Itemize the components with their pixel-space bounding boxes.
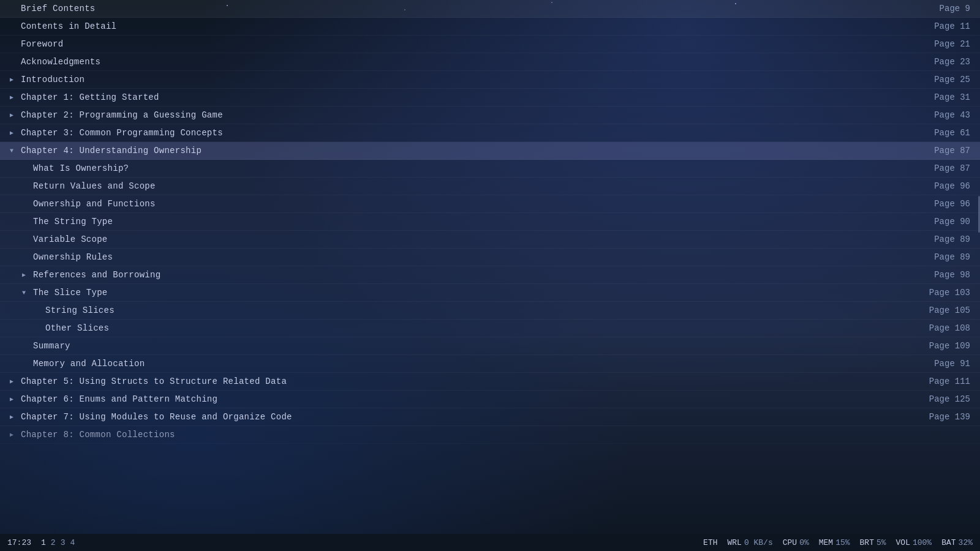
label-ch4: Chapter 4: Understanding Ownership: [21, 146, 921, 156]
vol-label: VOL: [896, 538, 910, 547]
toc-item-slice-type[interactable]: ▼ The Slice Type Page 103: [0, 284, 980, 302]
arrow-ch1: ▶: [10, 94, 20, 101]
arrow-ch8: ▶: [10, 431, 20, 438]
page-references: Page 98: [921, 270, 970, 280]
page-ch3: Page 61: [921, 128, 970, 138]
toc-item-ch4[interactable]: ▼ Chapter 4: Understanding Ownership Pag…: [0, 142, 980, 160]
toc-item-ch3[interactable]: ▶ Chapter 3: Common Programming Concepts…: [0, 124, 980, 142]
brt-label: BRT: [860, 538, 874, 547]
page-brief-contents: Page 9: [921, 4, 970, 13]
label-references: References and Borrowing: [33, 270, 921, 280]
toc-item-other-slices[interactable]: Other Slices Page 108: [0, 320, 980, 337]
page-other-slices: Page 108: [921, 323, 970, 333]
page-return-values: Page 96: [921, 181, 970, 191]
statusbar-tabs: 1 2 3 4: [41, 538, 75, 547]
statusbar-right: ETH WRL 0 KB/s CPU 0% MEM 15% BRT 5% VOL…: [703, 538, 973, 547]
label-ch5: Chapter 5: Using Structs to Structure Re…: [21, 377, 921, 386]
mem-value: 15%: [835, 538, 850, 547]
toc-item-ch2[interactable]: ▶ Chapter 2: Programming a Guessing Game…: [0, 107, 980, 124]
toc-item-summary[interactable]: Summary Page 109: [0, 337, 980, 355]
eth-label: ETH: [703, 538, 717, 547]
page-ownership-functions: Page 96: [921, 199, 970, 209]
toc-item-variable-scope[interactable]: Variable Scope Page 89: [0, 231, 980, 249]
toc-list: Brief Contents Page 9 Contents in Detail…: [0, 0, 980, 444]
toc-item-ownership[interactable]: What Is Ownership? Page 87: [0, 160, 980, 178]
label-foreword: Foreword: [21, 39, 921, 49]
label-acknowledgments: Acknowledgments: [21, 57, 921, 67]
label-ch2: Chapter 2: Programming a Guessing Game: [21, 110, 921, 120]
statusbar-vol: VOL 100%: [896, 538, 932, 547]
toc-item-memory[interactable]: Memory and Allocation Page 91: [0, 355, 980, 373]
statusbar-tab-2[interactable]: 2: [51, 538, 56, 547]
statusbar-brt: BRT 5%: [860, 538, 886, 547]
page-ch5: Page 111: [921, 377, 970, 386]
toc-item-string-type[interactable]: The String Type Page 90: [0, 213, 980, 231]
arrow-ch2: ▶: [10, 111, 20, 119]
bat-value: 32%: [959, 538, 973, 547]
wrl-value: 0 KB/s: [744, 538, 773, 547]
label-ownership-functions: Ownership and Functions: [33, 199, 921, 209]
statusbar-tab-4[interactable]: 4: [70, 538, 75, 547]
wrl-label: WRL: [728, 538, 742, 547]
page-slice-type: Page 103: [921, 288, 970, 298]
brt-value: 5%: [876, 538, 886, 547]
page-ch2: Page 43: [921, 110, 970, 120]
toc-item-introduction[interactable]: ▶ Introduction Page 25: [0, 71, 980, 89]
toc-item-contents-detail[interactable]: Contents in Detail Page 11: [0, 18, 980, 36]
arrow-ch5: ▶: [10, 378, 20, 385]
toc-item-ch8[interactable]: ▶ Chapter 8: Common Collections: [0, 426, 980, 444]
label-contents-detail: Contents in Detail: [21, 21, 921, 31]
page-ch4: Page 87: [921, 146, 970, 156]
label-ch8: Chapter 8: Common Collections: [21, 430, 921, 440]
toc-item-ch1[interactable]: ▶ Chapter 1: Getting Started Page 31: [0, 89, 980, 107]
label-ch3: Chapter 3: Common Programming Concepts: [21, 128, 921, 138]
page-ch7: Page 139: [921, 412, 970, 422]
label-ownership-rules: Ownership Rules: [33, 252, 921, 262]
statusbar-tab-3[interactable]: 3: [61, 538, 66, 547]
toc-item-acknowledgments[interactable]: Acknowledgments Page 23: [0, 53, 980, 71]
page-ownership-rules: Page 89: [921, 252, 970, 262]
label-string-type: The String Type: [33, 217, 921, 227]
toc-item-ch5[interactable]: ▶ Chapter 5: Using Structs to Structure …: [0, 373, 980, 391]
label-ownership: What Is Ownership?: [33, 163, 921, 173]
cpu-label: CPU: [783, 538, 797, 547]
statusbar-tab-1[interactable]: 1: [41, 538, 46, 547]
label-other-slices: Other Slices: [45, 323, 921, 333]
toc-item-string-slices[interactable]: String Slices Page 105: [0, 302, 980, 320]
toc-item-foreword[interactable]: Foreword Page 21: [0, 36, 980, 53]
toc-item-ch6[interactable]: ▶ Chapter 6: Enums and Pattern Matching …: [0, 391, 980, 408]
page-string-type: Page 90: [921, 217, 970, 227]
statusbar-eth: ETH: [703, 538, 717, 547]
statusbar-cpu: CPU 0%: [783, 538, 809, 547]
statusbar: 17:23 1 2 3 4 ETH WRL 0 KB/s CPU 0% MEM …: [0, 534, 980, 551]
page-contents-detail: Page 11: [921, 21, 970, 31]
arrow-ch7: ▶: [10, 413, 20, 421]
toc-item-ownership-rules[interactable]: Ownership Rules Page 89: [0, 249, 980, 266]
toc-item-references[interactable]: ▶ References and Borrowing Page 98: [0, 266, 980, 284]
toc-item-brief-contents[interactable]: Brief Contents Page 9: [0, 0, 980, 18]
label-ch1: Chapter 1: Getting Started: [21, 92, 921, 102]
page-ch6: Page 125: [921, 394, 970, 404]
cpu-value: 0%: [799, 538, 809, 547]
page-ch1: Page 31: [921, 92, 970, 102]
toc-item-return-values[interactable]: Return Values and Scope Page 96: [0, 178, 980, 195]
toc-item-ch7[interactable]: ▶ Chapter 7: Using Modules to Reuse and …: [0, 408, 980, 426]
arrow-introduction: ▶: [10, 76, 20, 83]
toc-item-ownership-functions[interactable]: Ownership and Functions Page 96: [0, 195, 980, 213]
page-ownership: Page 87: [921, 163, 970, 173]
arrow-ch4: ▼: [10, 148, 20, 154]
statusbar-mem: MEM 15%: [819, 538, 850, 547]
arrow-references: ▶: [22, 271, 32, 279]
statusbar-time: 17:23: [7, 538, 31, 547]
label-ch7: Chapter 7: Using Modules to Reuse and Or…: [21, 412, 921, 422]
label-memory: Memory and Allocation: [33, 359, 921, 369]
statusbar-bat: BAT 32%: [941, 538, 973, 547]
page-foreword: Page 21: [921, 39, 970, 49]
label-introduction: Introduction: [21, 75, 921, 84]
arrow-ch3: ▶: [10, 129, 20, 137]
page-acknowledgments: Page 23: [921, 57, 970, 67]
label-string-slices: String Slices: [45, 305, 921, 315]
label-ch6: Chapter 6: Enums and Pattern Matching: [21, 394, 921, 404]
label-return-values: Return Values and Scope: [33, 181, 921, 191]
page-variable-scope: Page 89: [921, 234, 970, 244]
